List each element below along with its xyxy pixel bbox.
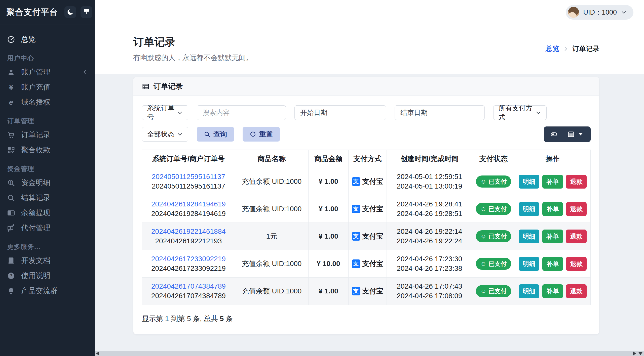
order-type-select[interactable]: 系统订单号: [142, 105, 188, 120]
system-order-link[interactable]: 2024042617233092219: [151, 255, 226, 263]
sidebar-item-balance-withdrawal[interactable]: 余额提现: [0, 205, 95, 220]
product-name: 1元: [235, 223, 308, 250]
refund-button[interactable]: 退款: [566, 284, 587, 298]
chevron-right-icon: [563, 46, 569, 52]
chevron-down-icon: [177, 110, 183, 116]
sidebar-item-order-records[interactable]: 订单记录: [0, 127, 95, 143]
sidebar-item-label: 账户管理: [21, 67, 50, 77]
sidebar-item-product-group[interactable]: 产品交流群: [0, 283, 95, 298]
search-dollar-icon: $: [7, 179, 15, 187]
detail-button[interactable]: 明细: [519, 175, 539, 189]
detail-button[interactable]: 明细: [519, 257, 539, 271]
sidebar-item-account-recharge[interactable]: ¥ 账户充值: [0, 80, 95, 95]
query-button[interactable]: 查询: [197, 127, 234, 142]
detail-button[interactable]: 明细: [519, 284, 539, 298]
filter-row-2: 全部状态 查询 重置: [142, 126, 591, 142]
search-icon: [7, 194, 15, 202]
breadcrumb: 总览 订单记录: [546, 44, 599, 53]
alipay-icon: 支: [352, 232, 360, 241]
page-head: 订单记录 有幽默感的人，永远都不会默默无闻。 总览 订单记录: [95, 24, 644, 74]
topbar: UID：1000: [95, 0, 644, 24]
reissue-button[interactable]: 补单: [542, 257, 563, 271]
completed-time: 2024-04-26 19:28:51: [397, 210, 462, 217]
horizontal-scrollbar[interactable]: [95, 351, 644, 356]
search-input[interactable]: [197, 105, 286, 120]
detail-button[interactable]: 明细: [519, 230, 539, 243]
filter-bar: 系统订单号 所有支付方式 全部状态: [133, 96, 599, 142]
reissue-button[interactable]: 补单: [542, 175, 563, 189]
page-subtitle: 有幽默感的人，永远都不会默默无闻。: [133, 53, 253, 63]
product-name: 充值余额 UID:1000: [235, 250, 308, 278]
system-order-link[interactable]: 2024042619221461884: [151, 228, 226, 235]
sidebar-item-label: 余额提现: [21, 208, 50, 218]
sidebar-nav: 总览 用户中心 账户管理 ¥ 账户充值 e 域名授权 订单管理 订单记录: [0, 24, 95, 298]
credit-card-icon: [7, 209, 15, 217]
sidebar-section-order-management: 订单管理: [0, 114, 95, 127]
sidebar-item-settlement-records[interactable]: 结算记录: [0, 190, 95, 205]
money-transfer-icon: [7, 224, 15, 232]
scroll-left-arrow-icon[interactable]: [96, 351, 99, 355]
sidebar-item-aggregate-collection[interactable]: 聚合收款: [0, 143, 95, 158]
col-time: 创建时间/完成时间: [387, 150, 472, 168]
system-order-link[interactable]: 2024050112595161137: [152, 173, 225, 181]
toggle-icon: [550, 131, 557, 138]
table-row: 20240426192841946192024042619284194619 充…: [142, 195, 591, 223]
card-title: 订单记录: [154, 81, 183, 92]
sidebar-item-overview[interactable]: 总览: [0, 32, 95, 47]
svg-text:$: $: [10, 181, 11, 184]
reissue-button[interactable]: 补单: [542, 202, 563, 216]
avatar: [568, 7, 579, 18]
system-order-link[interactable]: 2024042617074384789: [151, 282, 226, 290]
created-time: 2024-04-26 17:23:30: [397, 255, 462, 263]
status-badge: ☺已支付: [476, 230, 511, 242]
smiley-icon: ☺: [480, 288, 487, 294]
product-amount: ¥ 1.00: [309, 278, 349, 305]
created-time: 2024-05-01 12:59:51: [397, 173, 462, 181]
theme-button[interactable]: [81, 6, 92, 18]
sidebar-item-payout-management[interactable]: 代付管理: [0, 220, 95, 236]
product-amount: ¥ 1.00: [309, 168, 349, 195]
app-title: 聚合支付平台: [7, 7, 58, 18]
dark-mode-button[interactable]: [64, 6, 76, 18]
pay-method: 支付宝: [362, 177, 384, 186]
detail-button[interactable]: 明细: [519, 202, 539, 216]
status-select[interactable]: 全部状态: [142, 127, 188, 142]
start-date-input[interactable]: [294, 105, 386, 120]
refund-button[interactable]: 退款: [566, 230, 587, 243]
merchant-order-no: 2024042617233092219: [151, 264, 226, 272]
pay-method: 支付宝: [362, 232, 384, 241]
product-amount: ¥ 1.00: [309, 223, 349, 250]
status-badge: ☺已支付: [476, 175, 511, 188]
table-icon: [142, 83, 149, 90]
status-badge: ☺已支付: [476, 203, 511, 215]
col-pay-method: 支付方式: [348, 150, 387, 168]
search-icon: [204, 131, 210, 138]
chevron-down-icon: [535, 110, 541, 116]
sidebar-item-instructions[interactable]: ? 使用说明: [0, 268, 95, 283]
product-amount: ¥ 10.00: [309, 250, 349, 278]
sidebar-item-domain-auth[interactable]: e 域名授权: [0, 95, 95, 110]
scroll-right-arrow-icon[interactable]: [633, 351, 636, 355]
table-view-menu-button[interactable]: [562, 126, 589, 142]
cart-icon: [7, 131, 15, 139]
scroll-down-arrow-icon[interactable]: [638, 352, 642, 355]
created-time: 2024-04-26 19:22:14: [397, 228, 462, 235]
sidebar-item-account-management[interactable]: 账户管理: [0, 65, 95, 80]
system-order-link[interactable]: 2024042619284194619: [151, 200, 226, 208]
end-date-input[interactable]: [395, 105, 485, 120]
sidebar-item-dev-docs[interactable]: 开发文档: [0, 253, 95, 268]
sidebar-item-label: 总览: [21, 34, 36, 44]
refund-button[interactable]: 退款: [566, 257, 587, 271]
reset-button[interactable]: 重置: [243, 127, 280, 142]
reissue-button[interactable]: 补单: [542, 230, 563, 243]
refund-button[interactable]: 退款: [566, 175, 587, 189]
user-menu[interactable]: UID：1000: [566, 5, 633, 20]
breadcrumb-overview-link[interactable]: 总览: [546, 44, 559, 53]
pay-method-select[interactable]: 所有支付方式: [493, 105, 547, 120]
col-status: 支付状态: [472, 150, 515, 168]
merchant-order-no: 20240426192212193: [155, 237, 222, 245]
sidebar-item-fund-details[interactable]: $ 资金明细: [0, 175, 95, 190]
toggle-columns-button[interactable]: [545, 126, 562, 142]
refund-button[interactable]: 退款: [566, 202, 587, 216]
reissue-button[interactable]: 补单: [542, 284, 563, 298]
